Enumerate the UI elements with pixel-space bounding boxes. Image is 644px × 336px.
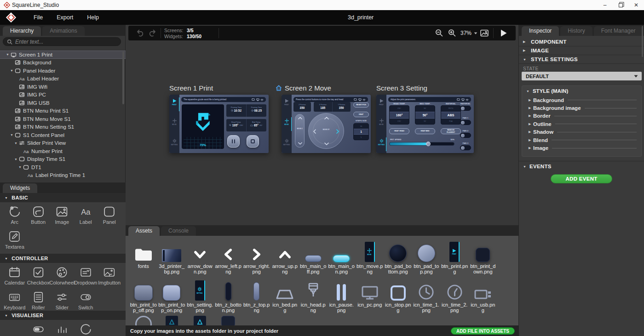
material-roller[interactable]: PETG ABS PLA <box>441 105 461 125</box>
asset-arrow-down-png[interactable]: arrow_down.png <box>186 241 214 274</box>
bed-temp-roller[interactable]: 90° 50° 55° <box>415 105 435 125</box>
section-image[interactable]: ▶IMAGE <box>519 46 644 55</box>
widget-item[interactable] <box>27 320 51 336</box>
style-row-image[interactable]: ▶Image <box>522 144 641 152</box>
asset-btn-main-off-png[interactable]: btn_main_off.png <box>299 241 328 274</box>
print-speed-slider[interactable] <box>389 142 454 146</box>
widget-arc[interactable]: Arc <box>3 202 27 227</box>
play-button[interactable] <box>500 29 507 37</box>
asset-btn-print-top-on-png[interactable]: btn_print_top_on.png <box>158 280 186 313</box>
tree-item-dt1[interactable]: ▼DT1 <box>0 163 126 171</box>
asset-partial[interactable] <box>129 316 158 325</box>
hierarchy-scrollbar[interactable] <box>122 51 124 104</box>
arrow-down-icon[interactable] <box>298 142 302 145</box>
tree-item-background[interactable]: ▼Background <box>0 59 126 67</box>
widget-item[interactable] <box>74 320 98 336</box>
tree-item-btn-menu-setting-s1[interactable]: ▼BTN Menu Setting S1 <box>0 123 126 131</box>
tab-console[interactable]: Console <box>161 226 196 236</box>
tree-item-s1-content-panel[interactable]: ▼S1 Content Panel <box>0 131 126 139</box>
menu-help[interactable]: Help <box>80 14 106 21</box>
screen1-statusbar[interactable]: The squareline.gcode word file is being … <box>181 97 266 102</box>
section-events[interactable]: ▼ EVENTS <box>523 164 552 169</box>
tree-item-number-print[interactable]: ▼AaNumber Print <box>0 147 126 155</box>
asset-partial[interactable] <box>186 316 214 325</box>
asset-btn-z-top-png[interactable]: btn_z_top.png <box>242 280 271 313</box>
category-header-basic[interactable]: ▼BASIC <box>0 193 126 202</box>
style-row-border[interactable]: ▶Border <box>522 112 641 120</box>
widget-label[interactable]: AaLabel <box>74 202 98 227</box>
tab-animations[interactable]: Animations <box>42 26 84 36</box>
material-switch[interactable] <box>460 106 471 111</box>
search-input[interactable] <box>15 39 107 45</box>
nav-print[interactable]: PRINT <box>169 99 179 106</box>
tab-hierarchy[interactable]: Hierarchy <box>3 26 41 36</box>
style-row-blend[interactable]: ▶Blend <box>522 136 641 144</box>
tree-item-label-printing-time-1[interactable]: ▼AaLabel Printing Time 1 <box>0 171 126 180</box>
nav-setting[interactable]: SETTING <box>282 139 292 146</box>
asset-btn-pad-top-png[interactable]: btn_pad_top.png <box>412 241 441 274</box>
screen1-title[interactable]: Screen 1 Print <box>169 84 213 92</box>
style-row-background[interactable]: ▶Background <box>522 96 641 104</box>
nav-setting[interactable]: SETTING <box>376 139 386 146</box>
screen3-statusbar[interactable]: Adjust the print parameters <box>388 97 471 102</box>
asset-btn-pad-bottom-png[interactable]: btn_pad_bottom.png <box>384 241 413 274</box>
stop-button[interactable] <box>247 135 259 148</box>
nav-print[interactable]: PRINT <box>376 99 386 106</box>
tree-item-img-usb[interactable]: ▼IMG USB <box>0 99 126 107</box>
steps-size-roller[interactable]: 10 1 5 <box>353 123 369 140</box>
widget-panel[interactable]: Panel <box>98 202 121 227</box>
nav-move[interactable]: MOVE <box>169 119 179 125</box>
section-style-settings[interactable]: ▼STYLE SETTINGS <box>519 55 644 64</box>
z-position-panel[interactable]: Z Position350 <box>293 102 311 112</box>
heat-head-button[interactable]: HEAT HEAD <box>389 128 409 134</box>
widget-calendar[interactable]: Calendar <box>3 263 27 288</box>
asset-arrow-up-png[interactable]: arrow_up.png <box>271 241 299 274</box>
widget-textarea[interactable]: Textarea <box>3 227 27 252</box>
tree-item-btn-menu-move-s1[interactable]: ▼BTN Menu Move S1 <box>0 115 126 123</box>
asset-btn-setting-png[interactable]: SETTINGbtn_setting.png <box>186 280 214 313</box>
search-box[interactable] <box>3 37 121 46</box>
heat-button[interactable]: HEAT <box>353 112 369 117</box>
asset-btn-print-png[interactable]: PRINTbtn_print.png <box>441 241 469 274</box>
asset-icn-time-1-png[interactable]: icn_time_1.png <box>412 280 441 313</box>
screen2-title[interactable]: Screen 2 Move <box>285 84 331 92</box>
tab-widgets[interactable]: Widgets <box>3 183 37 193</box>
arrow-up-icon[interactable] <box>298 117 302 120</box>
tab-history[interactable]: History <box>560 26 592 36</box>
arrow-down-icon[interactable] <box>324 142 329 145</box>
asset-btn-print-down-png[interactable]: btn_print_down.png <box>469 241 497 274</box>
widget-roller[interactable]: Roller <box>27 288 51 313</box>
printing-time-panel[interactable]: Printing Time10:52 Printing Time08:25 <box>226 104 266 117</box>
zoom-level[interactable]: 37% <box>460 30 472 36</box>
asset-partial[interactable] <box>214 316 243 325</box>
asset-3d-printer-bg-png[interactable]: 3d_printer_bg.png <box>158 241 186 274</box>
zoom-out-icon[interactable] <box>435 28 444 38</box>
expand-arrow-icon[interactable]: ▼ <box>10 69 15 72</box>
nav-setting[interactable]: SETTING <box>169 139 179 146</box>
print-preview-panel[interactable]: 70% <box>182 104 224 149</box>
close-button[interactable]: ✕ <box>628 0 644 10</box>
state-dropdown[interactable]: DEFAULT <box>522 72 642 80</box>
widget-colorwheel[interactable]: Colorwheel <box>50 263 74 288</box>
tab-assets[interactable]: Assets <box>128 226 160 236</box>
arrow-up-icon[interactable] <box>324 117 329 120</box>
move-xy-pad[interactable]: MOVE XY <box>308 113 344 149</box>
fan1-switch[interactable] <box>460 120 471 125</box>
pause-button[interactable] <box>227 135 240 148</box>
style-row-shadow[interactable]: ▶Shadow <box>522 128 641 136</box>
section-component[interactable]: ▶COMPONENT <box>519 38 644 46</box>
expand-arrow-icon[interactable]: ▼ <box>18 165 23 169</box>
asset-icn-usb-png[interactable]: icn_usb.png <box>469 280 497 313</box>
expand-arrow-icon[interactable]: ▼ <box>14 142 19 145</box>
heat-bed-button[interactable]: HEAT BED <box>415 128 435 134</box>
asset-partial[interactable] <box>158 316 186 325</box>
widget-switch[interactable]: Switch <box>74 288 98 313</box>
xy-position-panel[interactable]: X Position185 Y Position350 <box>314 102 351 112</box>
zoom-fit-icon[interactable] <box>480 28 489 38</box>
tree-item-img-pc[interactable]: ▼IMG PC <box>0 91 126 99</box>
menu-export[interactable]: Export <box>50 14 80 21</box>
expand-arrow-icon[interactable]: ▼ <box>14 158 19 161</box>
asset-btn-move-png[interactable]: MOVEbtn_move.png <box>356 241 384 274</box>
tree-item-img-wifi[interactable]: ▼IMG Wifi <box>0 83 126 91</box>
inspector-scrollbar[interactable] <box>642 26 643 57</box>
